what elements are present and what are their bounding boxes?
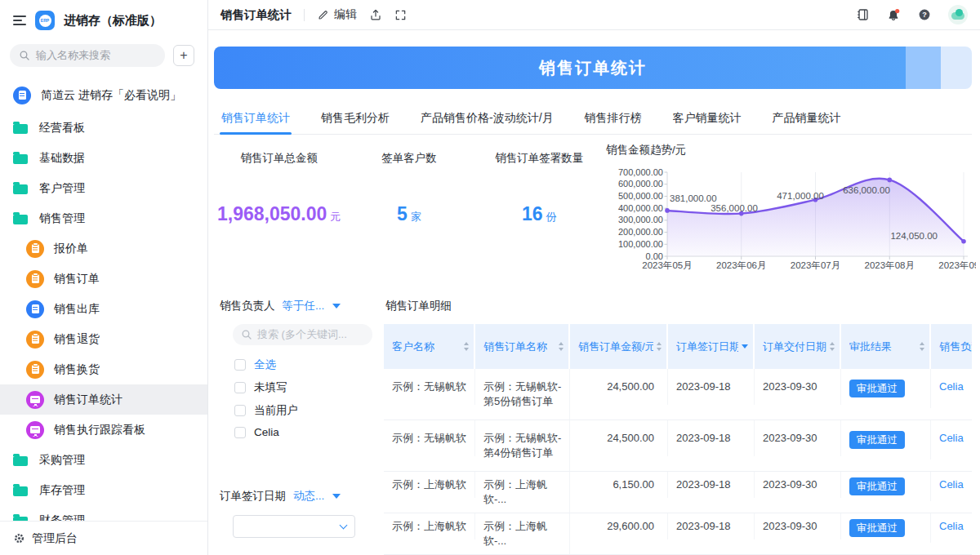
checkbox-option-3[interactable]: Celia	[234, 426, 372, 438]
search-icon	[19, 50, 30, 61]
admin-backend-button[interactable]: 管理后台	[0, 521, 207, 555]
sidebar-item-3[interactable]: 客户管理	[0, 173, 207, 203]
cell-amount: 24,500.00	[570, 369, 668, 405]
tab-1[interactable]: 销售毛利分析	[319, 102, 391, 134]
sort-icon[interactable]	[653, 342, 662, 351]
y-tick-label: 100,000.00	[618, 239, 663, 249]
sidebar-item-6[interactable]: 销售订单	[0, 264, 207, 294]
cell-amount: 24,500.00	[570, 420, 668, 456]
export-button[interactable]	[369, 8, 382, 21]
cell-owner[interactable]: Celia	[931, 420, 972, 456]
column-header-3[interactable]: 订单签订日期	[668, 324, 755, 369]
table-row[interactable]: 示例：无锡帆软示例：无锡帆软-第5份销售订单24,500.002023-09-1…	[384, 369, 972, 420]
sidebar-search-input[interactable]: 输入名称来搜索	[10, 44, 165, 67]
checkbox-icon[interactable]	[234, 427, 246, 438]
checkbox-option-2[interactable]: 当前用户	[234, 403, 372, 418]
column-header-6[interactable]: 销售负责人	[931, 324, 972, 369]
sidebar-item-13[interactable]: 库存管理	[0, 475, 207, 505]
column-header-2[interactable]: 销售订单金额/元	[570, 324, 668, 369]
panel-toggle-button[interactable]	[857, 8, 870, 21]
table-row[interactable]: 示例：上海帆软示例：上海帆软-...6,150.002023-09-182023…	[384, 472, 972, 513]
sort-desc-icon[interactable]	[738, 344, 748, 349]
folder-icon	[13, 184, 28, 194]
owner-filter-label: 销售负责人	[220, 299, 275, 313]
checkbox-option-0[interactable]: 全选	[234, 357, 372, 372]
sidebar-item-10[interactable]: 销售订单统计	[0, 384, 207, 415]
notifications-button[interactable]	[887, 8, 901, 22]
folder-icon	[13, 124, 28, 134]
sidebar: ERP 进销存（标准版） 输入名称来搜索 + 简道云 进销存「必看说明」经营看板…	[0, 0, 208, 555]
add-app-button[interactable]: +	[173, 45, 194, 66]
sidebar-item-4[interactable]: 销售管理	[0, 203, 207, 233]
column-header-1[interactable]: 销售订单名称	[475, 324, 570, 369]
tab-0[interactable]: 销售订单统计	[220, 102, 292, 134]
sort-icon[interactable]	[555, 342, 564, 351]
y-tick-label: 400,000.00	[618, 203, 663, 213]
stats-and-chart-section: 销售订单总金额1,968,050.00元签单客户数5家销售订单签署数量16份 销…	[214, 138, 972, 274]
checkbox-icon[interactable]	[234, 359, 246, 371]
column-header-5[interactable]: 审批结果	[841, 324, 931, 369]
document-icon	[26, 300, 44, 318]
chevron-down-icon[interactable]	[332, 304, 341, 309]
checkbox-label: 当前用户	[254, 403, 298, 418]
table-row[interactable]: 示例：上海帆软示例：上海帆软-...29,600.002023-09-18202…	[384, 513, 972, 555]
checkbox-option-1[interactable]: 未填写	[234, 380, 372, 395]
sort-icon[interactable]	[461, 342, 469, 351]
avatar[interactable]	[948, 5, 968, 24]
edit-button[interactable]: 编辑	[317, 7, 357, 22]
sidebar-item-label: 财务管理	[39, 513, 85, 522]
cell-order-name: 示例：无锡帆软-第5份销售订单	[475, 369, 570, 420]
svg-text:?: ?	[922, 11, 927, 19]
dashboard-tabs: 销售订单统计销售毛利分析产品销售价格-波动统计/月销售排行榜客户销量统计产品销量…	[214, 102, 972, 135]
sign-date-filter-condition[interactable]: 动态...	[293, 489, 324, 504]
cell-customer: 示例：上海帆软	[384, 472, 475, 498]
chart-data-point	[887, 178, 892, 183]
tab-5[interactable]: 产品销量统计	[771, 102, 843, 134]
owner-filter-header: 销售负责人 等于任...	[220, 299, 372, 313]
sidebar-item-12[interactable]: 采购管理	[0, 445, 207, 475]
sidebar-item-9[interactable]: 销售换货	[0, 354, 207, 384]
export-icon	[369, 8, 382, 21]
help-icon: ?	[918, 8, 931, 21]
chevron-down-icon[interactable]	[332, 494, 341, 499]
cell-sign-date: 2023-09-18	[668, 472, 755, 498]
owner-filter-search-input[interactable]: 搜索 (多个关键词...	[233, 324, 372, 345]
fullscreen-button[interactable]	[394, 9, 407, 21]
checkbox-icon[interactable]	[234, 382, 246, 393]
sidebar-item-5[interactable]: 报价单	[0, 233, 207, 264]
sidebar-item-14[interactable]: 财务管理	[0, 505, 207, 521]
sidebar-item-8[interactable]: 销售退货	[0, 324, 207, 354]
tab-4[interactable]: 客户销量统计	[671, 102, 743, 134]
tab-3[interactable]: 销售排行榜	[583, 102, 644, 134]
sidebar-item-7[interactable]: 销售出库	[0, 294, 207, 324]
sidebar-header: ERP 进销存（标准版）	[0, 0, 207, 38]
cell-owner[interactable]: Celia	[931, 513, 972, 539]
sidebar-item-2[interactable]: 基础数据	[0, 143, 207, 173]
sign-date-select[interactable]	[233, 515, 355, 538]
sort-icon[interactable]	[826, 342, 835, 351]
sidebar-item-11[interactable]: 销售执行跟踪看板	[0, 415, 207, 445]
sort-icon[interactable]	[916, 342, 924, 351]
tab-2[interactable]: 产品销售价格-波动统计/月	[419, 102, 555, 134]
x-tick-label: 2023年08月	[865, 260, 915, 270]
checkbox-icon[interactable]	[234, 405, 246, 416]
sidebar-item-label: 销售退货	[54, 332, 100, 347]
cell-amount: 6,150.00	[570, 472, 668, 498]
sidebar-item-1[interactable]: 经营看板	[0, 113, 207, 143]
stat-label: 销售订单签署数量	[474, 151, 604, 166]
clipboard-icon	[26, 331, 44, 349]
hamburger-menu-icon[interactable]	[13, 14, 26, 27]
fullscreen-icon	[394, 9, 407, 21]
sales-trend-chart: 销售金额趋势/元 700,000.00600,000.00500,000.004…	[604, 138, 972, 274]
table-row[interactable]: 示例：无锡帆软示例：无锡帆软-第4份销售订单24,500.002023-09-1…	[384, 420, 972, 472]
column-header-0[interactable]: 客户名称	[384, 324, 475, 369]
sidebar-item-0[interactable]: 简道云 进销存「必看说明」	[0, 78, 207, 112]
help-button[interactable]: ?	[918, 8, 931, 21]
owner-filter-condition[interactable]: 等于任...	[283, 299, 325, 313]
dashboard-icon	[26, 421, 44, 439]
cell-owner[interactable]: Celia	[931, 472, 972, 498]
column-header-4[interactable]: 订单交付日期	[755, 324, 841, 369]
chart-data-label: 356,000.00	[710, 203, 758, 213]
cell-owner[interactable]: Celia	[931, 369, 972, 405]
main-area: 销售订单统计 编辑	[208, 0, 980, 555]
